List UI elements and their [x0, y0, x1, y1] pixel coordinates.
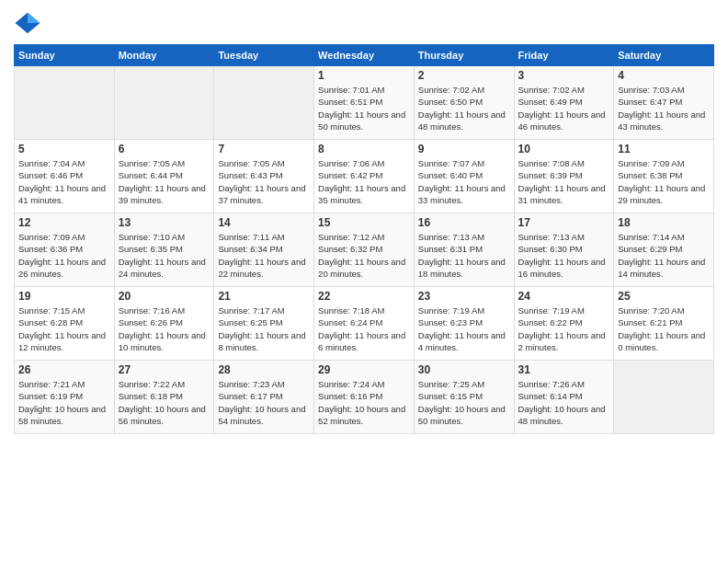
day-info: Sunrise: 7:06 AM Sunset: 6:42 PM Dayligh… [318, 157, 410, 206]
day-info: Sunrise: 7:16 AM Sunset: 6:26 PM Dayligh… [119, 304, 210, 353]
day-cell-17: 17Sunrise: 7:13 AM Sunset: 6:30 PM Dayli… [514, 213, 614, 287]
day-number: 16 [418, 216, 510, 229]
day-info: Sunrise: 7:05 AM Sunset: 6:44 PM Dayligh… [119, 157, 210, 206]
day-number: 20 [119, 290, 210, 303]
header [14, 9, 714, 37]
day-number: 14 [218, 216, 310, 229]
day-cell-8: 8Sunrise: 7:06 AM Sunset: 6:42 PM Daylig… [314, 140, 415, 213]
day-cell-empty [214, 66, 314, 140]
svg-marker-1 [28, 13, 40, 23]
day-number: 17 [518, 216, 610, 229]
day-info: Sunrise: 7:20 AM Sunset: 6:21 PM Dayligh… [618, 304, 710, 353]
day-cell-30: 30Sunrise: 7:25 AM Sunset: 6:15 PM Dayli… [414, 361, 514, 434]
day-cell-6: 6Sunrise: 7:05 AM Sunset: 6:44 PM Daylig… [114, 140, 214, 213]
day-cell-empty [114, 66, 214, 140]
calendar: SundayMondayTuesdayWednesdayThursdayFrid… [14, 44, 714, 434]
day-number: 26 [18, 363, 110, 376]
page: SundayMondayTuesdayWednesdayThursdayFrid… [0, 0, 728, 563]
day-number: 12 [18, 216, 110, 229]
day-info: Sunrise: 7:15 AM Sunset: 6:28 PM Dayligh… [18, 304, 110, 353]
day-number: 5 [18, 143, 110, 155]
day-cell-29: 29Sunrise: 7:24 AM Sunset: 6:16 PM Dayli… [314, 361, 415, 434]
day-number: 3 [518, 69, 610, 82]
day-cell-23: 23Sunrise: 7:19 AM Sunset: 6:23 PM Dayli… [414, 287, 514, 361]
day-info: Sunrise: 7:18 AM Sunset: 6:24 PM Dayligh… [318, 304, 410, 353]
weekday-header-saturday: Saturday [614, 45, 714, 66]
day-cell-20: 20Sunrise: 7:16 AM Sunset: 6:26 PM Dayli… [114, 287, 214, 361]
week-row-4: 26Sunrise: 7:21 AM Sunset: 6:19 PM Dayli… [15, 361, 714, 434]
day-info: Sunrise: 7:09 AM Sunset: 6:38 PM Dayligh… [618, 157, 710, 206]
day-number: 8 [318, 143, 410, 155]
day-number: 6 [119, 143, 210, 155]
day-info: Sunrise: 7:17 AM Sunset: 6:25 PM Dayligh… [218, 304, 310, 353]
day-number: 1 [318, 69, 410, 82]
day-number: 4 [618, 69, 710, 82]
day-info: Sunrise: 7:21 AM Sunset: 6:19 PM Dayligh… [18, 378, 110, 427]
day-number: 25 [618, 290, 710, 303]
logo-icon [14, 9, 41, 37]
day-number: 7 [218, 143, 310, 155]
day-cell-empty [15, 66, 115, 140]
weekday-header-friday: Friday [514, 45, 614, 66]
day-info: Sunrise: 7:02 AM Sunset: 6:49 PM Dayligh… [518, 84, 610, 132]
day-cell-25: 25Sunrise: 7:20 AM Sunset: 6:21 PM Dayli… [614, 287, 714, 361]
day-number: 29 [318, 363, 410, 376]
day-info: Sunrise: 7:22 AM Sunset: 6:18 PM Dayligh… [119, 378, 210, 427]
day-info: Sunrise: 7:09 AM Sunset: 6:36 PM Dayligh… [18, 231, 110, 280]
day-info: Sunrise: 7:07 AM Sunset: 6:40 PM Dayligh… [418, 157, 510, 206]
day-cell-12: 12Sunrise: 7:09 AM Sunset: 6:36 PM Dayli… [15, 213, 115, 287]
day-cell-16: 16Sunrise: 7:13 AM Sunset: 6:31 PM Dayli… [414, 213, 514, 287]
weekday-header-wednesday: Wednesday [314, 45, 415, 66]
weekday-header-row: SundayMondayTuesdayWednesdayThursdayFrid… [15, 45, 714, 66]
day-cell-14: 14Sunrise: 7:11 AM Sunset: 6:34 PM Dayli… [214, 213, 314, 287]
day-info: Sunrise: 7:11 AM Sunset: 6:34 PM Dayligh… [218, 231, 310, 280]
day-info: Sunrise: 7:19 AM Sunset: 6:23 PM Dayligh… [418, 304, 510, 353]
day-cell-15: 15Sunrise: 7:12 AM Sunset: 6:32 PM Dayli… [314, 213, 415, 287]
day-number: 9 [418, 143, 510, 155]
day-info: Sunrise: 7:13 AM Sunset: 6:30 PM Dayligh… [518, 231, 610, 280]
day-cell-1: 1Sunrise: 7:01 AM Sunset: 6:51 PM Daylig… [314, 66, 415, 140]
day-info: Sunrise: 7:19 AM Sunset: 6:22 PM Dayligh… [518, 304, 610, 353]
day-number: 15 [318, 216, 410, 229]
day-number: 22 [318, 290, 410, 303]
day-cell-9: 9Sunrise: 7:07 AM Sunset: 6:40 PM Daylig… [414, 140, 514, 213]
day-cell-28: 28Sunrise: 7:23 AM Sunset: 6:17 PM Dayli… [214, 361, 314, 434]
day-info: Sunrise: 7:26 AM Sunset: 6:14 PM Dayligh… [518, 378, 610, 427]
day-info: Sunrise: 7:08 AM Sunset: 6:39 PM Dayligh… [518, 157, 610, 206]
day-info: Sunrise: 7:03 AM Sunset: 6:47 PM Dayligh… [618, 84, 710, 132]
week-row-3: 19Sunrise: 7:15 AM Sunset: 6:28 PM Dayli… [15, 287, 714, 361]
day-info: Sunrise: 7:05 AM Sunset: 6:43 PM Dayligh… [218, 157, 310, 206]
day-number: 24 [518, 290, 610, 303]
day-number: 10 [518, 143, 610, 155]
day-cell-empty [614, 361, 714, 434]
day-info: Sunrise: 7:10 AM Sunset: 6:35 PM Dayligh… [119, 231, 210, 280]
day-info: Sunrise: 7:12 AM Sunset: 6:32 PM Dayligh… [318, 231, 410, 280]
day-cell-4: 4Sunrise: 7:03 AM Sunset: 6:47 PM Daylig… [614, 66, 714, 140]
day-info: Sunrise: 7:13 AM Sunset: 6:31 PM Dayligh… [418, 231, 510, 280]
day-cell-24: 24Sunrise: 7:19 AM Sunset: 6:22 PM Dayli… [514, 287, 614, 361]
day-info: Sunrise: 7:25 AM Sunset: 6:15 PM Dayligh… [418, 378, 510, 427]
day-cell-13: 13Sunrise: 7:10 AM Sunset: 6:35 PM Dayli… [114, 213, 214, 287]
day-cell-11: 11Sunrise: 7:09 AM Sunset: 6:38 PM Dayli… [614, 140, 714, 213]
day-number: 31 [518, 363, 610, 376]
day-number: 23 [418, 290, 510, 303]
day-number: 13 [119, 216, 210, 229]
weekday-header-tuesday: Tuesday [214, 45, 314, 66]
day-info: Sunrise: 7:01 AM Sunset: 6:51 PM Dayligh… [318, 84, 410, 132]
week-row-0: 1Sunrise: 7:01 AM Sunset: 6:51 PM Daylig… [15, 66, 714, 140]
day-number: 18 [618, 216, 710, 229]
logo [14, 9, 45, 37]
day-cell-19: 19Sunrise: 7:15 AM Sunset: 6:28 PM Dayli… [15, 287, 115, 361]
day-number: 19 [18, 290, 110, 303]
weekday-header-thursday: Thursday [414, 45, 514, 66]
day-number: 2 [418, 69, 510, 82]
day-number: 28 [218, 363, 310, 376]
day-number: 11 [618, 143, 710, 155]
day-cell-31: 31Sunrise: 7:26 AM Sunset: 6:14 PM Dayli… [514, 361, 614, 434]
day-info: Sunrise: 7:24 AM Sunset: 6:16 PM Dayligh… [318, 378, 410, 427]
day-cell-18: 18Sunrise: 7:14 AM Sunset: 6:29 PM Dayli… [614, 213, 714, 287]
day-info: Sunrise: 7:23 AM Sunset: 6:17 PM Dayligh… [218, 378, 310, 427]
weekday-header-sunday: Sunday [15, 45, 115, 66]
day-info: Sunrise: 7:14 AM Sunset: 6:29 PM Dayligh… [618, 231, 710, 280]
weekday-header-monday: Monday [114, 45, 214, 66]
